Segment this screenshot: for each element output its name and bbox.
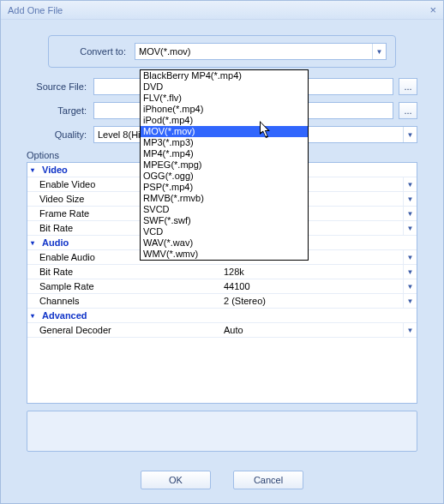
chevron-down-icon[interactable]: ▼ (403, 221, 417, 235)
format-option[interactable]: iPhone(*.mp4) (141, 104, 308, 115)
property-value: 2 (Stereo) (220, 294, 403, 308)
group-advanced-title: Advanced (42, 310, 87, 321)
collapse-icon[interactable]: ▾ (31, 239, 40, 247)
property-row[interactable]: Sample Rate44100▼ (27, 279, 417, 294)
chevron-down-icon[interactable]: ▼ (403, 207, 417, 220)
property-row[interactable]: Bit Rate128k▼ (27, 265, 417, 279)
format-option[interactable]: WMV(*.wmv) (141, 249, 308, 260)
format-option[interactable]: MP4(*.mp4) (141, 148, 308, 159)
dialog-window: Add One File × Convert to: MOV(*.mov) ▼ … (0, 0, 444, 504)
chevron-down-icon[interactable]: ▼ (403, 294, 417, 308)
format-option[interactable]: BlackBerry MP4(*.mp4) (141, 70, 308, 81)
property-key: General Decoder (27, 325, 220, 335)
property-row[interactable]: Channels2 (Stereo)▼ (27, 294, 417, 309)
title-text: Add One File (8, 1, 63, 20)
group-advanced[interactable]: ▾ Advanced (27, 309, 417, 323)
property-key: Channels (27, 296, 220, 306)
format-option[interactable]: PSP(*.mp4) (141, 182, 308, 193)
format-option[interactable]: MPEG(*.mpg) (141, 159, 308, 171)
format-option[interactable]: RMVB(*.rmvb) (141, 193, 308, 204)
property-row[interactable]: General DecoderAuto▼ (27, 323, 417, 338)
format-option[interactable]: WAV(*.wav) (141, 237, 308, 249)
collapse-icon[interactable]: ▾ (31, 166, 40, 174)
chevron-down-icon[interactable]: ▼ (403, 177, 417, 191)
preview-panel (27, 411, 417, 452)
property-value: 44100 (220, 279, 403, 293)
close-icon[interactable]: × (429, 1, 436, 20)
source-browse-button[interactable]: ... (399, 78, 417, 95)
cancel-button[interactable]: Cancel (233, 471, 303, 489)
chevron-down-icon[interactable]: ▼ (372, 44, 386, 59)
convert-value: MOV(*.mov) (135, 46, 372, 57)
property-key: Bit Rate (27, 267, 220, 277)
format-option[interactable]: MOV(*.mov) (141, 126, 308, 137)
chevron-down-icon[interactable]: ▼ (403, 127, 417, 142)
format-option[interactable]: DVD (141, 81, 308, 93)
quality-label: Quality: (27, 129, 87, 140)
chevron-down-icon[interactable]: ▼ (403, 323, 417, 337)
property-value: 128k (220, 265, 403, 279)
convert-dropdown-list[interactable]: BlackBerry MP4(*.mp4)DVDFLV(*.flv)iPhone… (140, 69, 309, 261)
property-value: Auto (220, 323, 403, 337)
format-option[interactable]: OGG(*.ogg) (141, 171, 308, 182)
chevron-down-icon[interactable]: ▼ (403, 279, 417, 293)
format-option[interactable]: SWF(*.swf) (141, 215, 308, 226)
convert-section: Convert to: MOV(*.mov) ▼ (48, 35, 396, 68)
group-audio-title: Audio (42, 237, 69, 248)
convert-label: Convert to: (57, 46, 126, 57)
titlebar: Add One File × (1, 1, 443, 20)
format-option[interactable]: VCD (141, 226, 308, 237)
target-label: Target: (27, 105, 87, 116)
chevron-down-icon[interactable]: ▼ (403, 250, 417, 264)
format-option[interactable]: MP3(*.mp3) (141, 137, 308, 148)
group-video-title: Video (42, 165, 68, 175)
chevron-down-icon[interactable]: ▼ (403, 265, 417, 279)
ok-button[interactable]: OK (141, 471, 211, 489)
source-label: Source File: (27, 81, 87, 92)
target-browse-button[interactable]: ... (399, 102, 417, 119)
convert-combo[interactable]: MOV(*.mov) ▼ (135, 43, 387, 60)
collapse-icon[interactable]: ▾ (31, 312, 40, 320)
format-option[interactable]: iPod(*.mp4) (141, 115, 308, 126)
format-option[interactable]: SVCD (141, 204, 308, 215)
property-key: Sample Rate (27, 281, 220, 291)
button-bar: OK Cancel (9, 471, 435, 489)
format-option[interactable]: FLV(*.flv) (141, 93, 308, 104)
chevron-down-icon[interactable]: ▼ (403, 192, 417, 206)
